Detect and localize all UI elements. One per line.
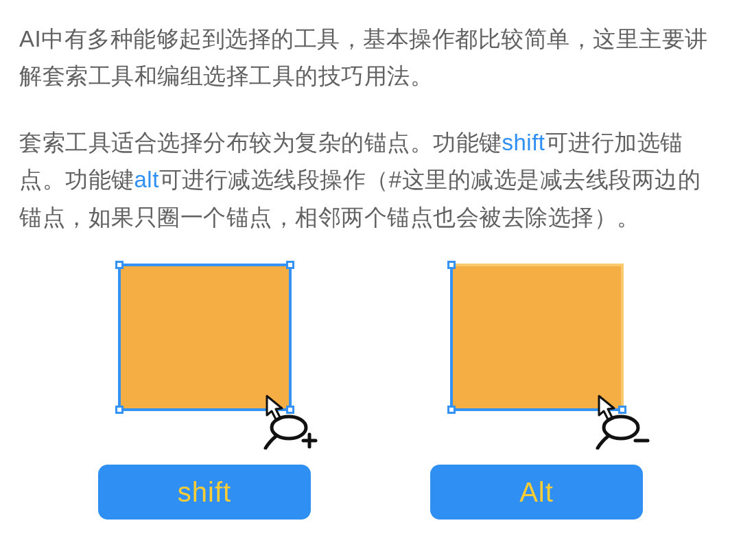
keyword-alt: alt <box>134 167 159 192</box>
selection-handle <box>115 261 124 269</box>
figure-row: shift <box>19 264 722 520</box>
key-button-shift: shift <box>98 465 311 520</box>
text-segment: 套索工具适合选择分布较为复杂的锚点。功能键 <box>19 130 502 155</box>
selection-handle <box>447 261 456 269</box>
selection-handle <box>447 406 456 414</box>
paragraph-intro: AI中有多种能够起到选择的工具，基本操作都比较简单，这里主要讲解套索工具和编组选… <box>19 21 722 95</box>
key-button-alt: Alt <box>430 465 643 520</box>
selection-handle <box>286 261 294 269</box>
key-label: Alt <box>519 477 554 508</box>
lasso-cursor-add-icon <box>261 395 323 450</box>
figure-shift: shift <box>98 264 311 520</box>
key-label: shift <box>178 477 231 508</box>
keyword-shift: shift <box>502 130 545 155</box>
selected-rectangle-full <box>118 264 292 411</box>
figure-alt: Alt <box>430 264 643 520</box>
paragraph-lasso: 套索工具适合选择分布较为复杂的锚点。功能键shift可进行加选锚点。功能键alt… <box>19 124 722 236</box>
lasso-cursor-subtract-icon <box>593 395 655 450</box>
document-body: AI中有多种能够起到选择的工具，基本操作都比较简单，这里主要讲解套索工具和编组选… <box>0 0 741 547</box>
selection-handle <box>115 406 124 414</box>
selected-rectangle-partial <box>450 264 624 411</box>
